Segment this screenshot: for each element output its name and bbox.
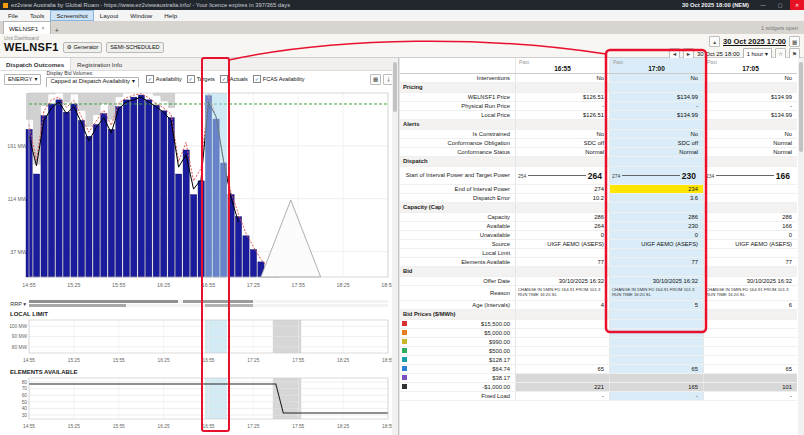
svg-text:191 MW: 191 MW [7, 143, 27, 149]
menu-item-tools[interactable]: Tools [24, 10, 50, 21]
scrollbar-thumb[interactable] [799, 62, 803, 152]
cell-bid-prices-mwh-2 [703, 310, 797, 319]
cell-dispatch-error-1: 3.6 [609, 194, 703, 202]
rrp-select[interactable]: RRP ▾ [2, 301, 26, 307]
right-pane-scrollbar[interactable] [798, 58, 804, 435]
app-window: ez2view Australia by Global Roam - https… [0, 0, 804, 435]
cell-is-constrained-1: No [609, 130, 703, 138]
energy-select-value: ENERGY [8, 76, 32, 82]
svg-text:16:25: 16:25 [157, 282, 170, 288]
table-header-row: Past16:55Past17:00Past17:05 [400, 58, 797, 74]
row-physical-run-price: Physical Run Price--- [400, 102, 797, 111]
maximize-button[interactable]: ▢ [773, 0, 787, 10]
minimize-button[interactable]: — [756, 0, 770, 10]
energy-select[interactable]: ENERGY ▾ [4, 74, 41, 85]
cell-local-limit-2 [703, 249, 797, 257]
menu-item-layout[interactable]: Layout [94, 10, 125, 21]
row-is-constrained: Is ConstrainedNoNoNo [400, 130, 797, 139]
menu-item-screenshot[interactable]: Screenshot [50, 10, 93, 21]
menu-item-help[interactable]: Help [158, 10, 183, 21]
cell-source-1: UIGF AEMO (ASEFS) [609, 240, 703, 248]
tab-dispatch-outcomes[interactable]: Dispatch Outcomes [0, 58, 71, 70]
cell-38-17-2 [703, 374, 797, 382]
svg-text:16:55: 16:55 [202, 358, 214, 363]
bid-band-price: $5,000.00 [484, 330, 510, 336]
column-header-17-05: Past17:05 [703, 58, 797, 73]
elements-available-section: ELEMENTS AVAILABLE 14:5515:2515:5516:251… [2, 369, 394, 431]
legend-fcas-availability[interactable]: ✓FCAS Availability [253, 75, 305, 83]
row-available: Available264230166 [400, 222, 797, 231]
bid-band-swatch [402, 339, 407, 344]
close-button[interactable]: ✕ [790, 0, 804, 10]
svg-text:80: 80 [22, 380, 28, 385]
rrp-segment-1-1 [205, 304, 253, 307]
cell-64-74-1: 65 [609, 365, 703, 373]
row-source: SourceUIGF AEMO (ASEFS)UIGF AEMO (ASEFS)… [400, 240, 797, 249]
legend-targets[interactable]: ✓Targets [187, 75, 215, 83]
bid-band-swatch [402, 366, 407, 371]
target-power: 230 [682, 171, 696, 181]
calendar-icon[interactable]: ▦ [789, 36, 800, 47]
legend-actuals[interactable]: ✓Actuals [220, 75, 248, 83]
rrp-lane-1 [29, 304, 388, 307]
column-header-17-00: Past17:00 [609, 58, 703, 73]
scrollbar-thumb[interactable] [393, 62, 397, 112]
expand-time-button[interactable]: ▴ [709, 36, 720, 47]
svg-text:17:55: 17:55 [292, 424, 304, 429]
cell-bid-2 [703, 267, 797, 276]
row-local-limit: Local Limit [400, 249, 797, 258]
bid-band-swatch [402, 375, 407, 380]
checkbox-targets[interactable]: ✓ [187, 75, 195, 83]
cell-conformance-obligation-0: SDC off [515, 139, 609, 147]
tab-welnsf1[interactable]: WELNSF1 × [3, 21, 51, 34]
tab-registration-info[interactable]: Registration Info [71, 58, 128, 70]
row-age-intervals: Age (Intervals)456 [400, 301, 797, 310]
checkbox-fcas-availability[interactable]: ✓ [253, 75, 261, 83]
cell-local-limit-1 [609, 249, 703, 257]
legend-availability[interactable]: ✓Availability [146, 75, 182, 83]
cell-500-00-2 [703, 347, 797, 355]
cell-alerts-2 [703, 120, 797, 129]
checkbox-availability[interactable]: ✓ [146, 75, 154, 83]
cell-age-intervals-2: 6 [703, 301, 797, 309]
bid-volumes-select[interactable]: Capped at Dispatch Availability ▾ [46, 77, 138, 88]
svg-text:17:55: 17:55 [292, 282, 305, 288]
cell-local-price-0: $126.51 [515, 111, 609, 119]
cell-bid-0 [515, 267, 609, 276]
column-time: 17:00 [613, 65, 700, 72]
column-time: 16:55 [519, 65, 606, 72]
row-label: Offer Date [400, 278, 515, 284]
cell-5-000-00-2 [703, 329, 797, 337]
menu-item-window[interactable]: Window [124, 10, 158, 21]
menu-item-file[interactable]: File [2, 10, 24, 21]
add-tab-button[interactable]: + [51, 27, 63, 34]
cell-pricing-0 [515, 83, 609, 92]
row-reason: ReasonCHANGE IN 5MIN FD 164.91 FROM 101.… [400, 286, 797, 301]
svg-text:100 MW: 100 MW [9, 324, 27, 329]
focal-time[interactable]: 30 Oct 2025 17:00 [723, 37, 786, 46]
svg-text:15:25: 15:25 [68, 424, 80, 429]
tab-close-icon[interactable]: × [41, 25, 45, 31]
row-label: Available [400, 223, 515, 229]
row-990-00: $990.00 [400, 338, 797, 347]
left-pane-scrollbar[interactable] [392, 58, 398, 435]
svg-text:16:55: 16:55 [202, 282, 215, 288]
cell-alerts-0 [515, 120, 609, 129]
row-capacity: Capacity286286286 [400, 213, 797, 222]
svg-text:17:55: 17:55 [292, 358, 304, 363]
cell-is-constrained-2: No [703, 130, 797, 138]
svg-text:40: 40 [22, 406, 28, 411]
cell-bid-1 [609, 267, 703, 276]
row-start-of-interval-power-and-target-power: Start of Interval Power and Target Power… [400, 167, 797, 185]
checkbox-actuals[interactable]: ✓ [220, 75, 228, 83]
chart-mode-icon[interactable]: ▦ [370, 74, 381, 85]
elements-available-svg: 14:5515:2515:5516:2516:5517:2517:5518:25… [2, 375, 394, 431]
section-label: Dispatch [400, 158, 515, 164]
row-label: Fixed Load [400, 393, 515, 399]
cell-capacity-cap-2 [703, 203, 797, 212]
generator-badge: ⚙ Generator [63, 42, 103, 53]
section-capacity-cap: Capacity (Cap) [400, 203, 797, 213]
cell-dispatch-0 [515, 157, 609, 166]
svg-text:15:55: 15:55 [113, 358, 125, 363]
target-power: 166 [776, 171, 790, 181]
